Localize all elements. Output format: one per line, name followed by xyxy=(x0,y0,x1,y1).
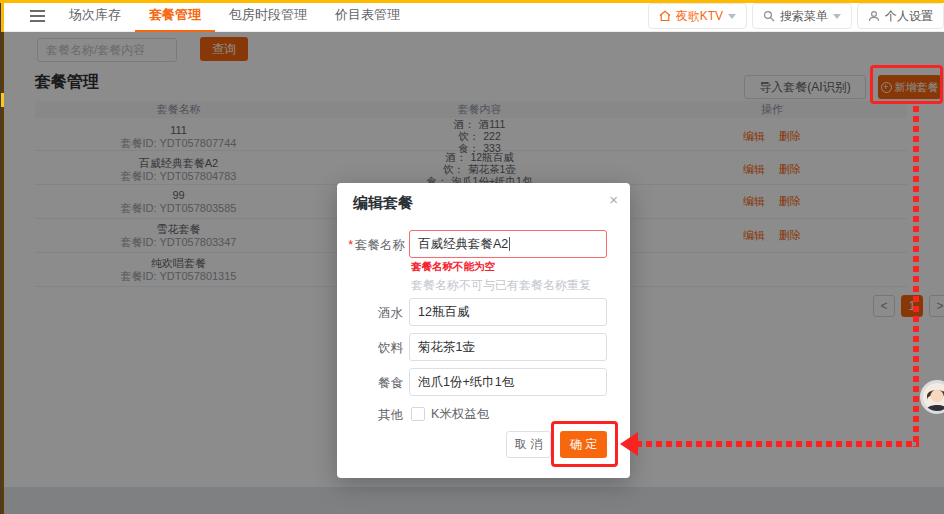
caret-down-icon xyxy=(833,14,841,19)
caret-down-icon xyxy=(728,14,736,19)
kmi-benefit-checkbox[interactable] xyxy=(411,407,425,421)
field-label-name: *套餐名称 xyxy=(339,237,405,254)
close-icon[interactable]: × xyxy=(609,191,618,208)
avatar-face-icon xyxy=(923,383,944,411)
modal-title: 编辑套餐 xyxy=(353,194,413,213)
required-mark: * xyxy=(348,238,353,252)
store-name: 夜歌KTV xyxy=(676,8,723,25)
cancel-button[interactable]: 取 消 xyxy=(506,431,551,458)
field-label-beverage: 饮料 xyxy=(337,340,403,357)
home-icon xyxy=(659,10,671,22)
nav-right-group: 夜歌KTV 搜索菜单 个人设置 xyxy=(648,3,944,29)
drinks-input[interactable] xyxy=(409,298,607,326)
edit-package-modal: 编辑套餐 × *套餐名称 百威经典套餐A2 套餐名称不能为空 套餐名称不可与已有… xyxy=(337,183,630,478)
tab-price-list[interactable]: 价目表管理 xyxy=(321,0,414,32)
kmi-benefit-label: K米权益包 xyxy=(431,406,489,423)
beverage-input[interactable] xyxy=(409,333,607,361)
menu-fold-icon[interactable] xyxy=(30,10,45,22)
tab-room-timeslot[interactable]: 包房时段管理 xyxy=(215,0,321,32)
search-menu-selector[interactable]: 搜索菜单 xyxy=(752,3,852,29)
tab-session-stock[interactable]: 场次库存 xyxy=(55,0,135,32)
field-label-other: 其他 xyxy=(337,407,403,424)
profile-menu[interactable]: 个人设置 xyxy=(857,3,944,29)
nav-tabs: 场次库存 套餐管理 包房时段管理 价目表管理 xyxy=(55,0,414,32)
profile-label: 个人设置 xyxy=(885,8,933,25)
package-name-value: 百威经典套餐A2 xyxy=(418,236,508,253)
field-label-drinks: 酒水 xyxy=(337,305,403,322)
validation-error: 套餐名称不能为空 xyxy=(411,260,495,274)
field-hint: 套餐名称不可与已有套餐名称重复 xyxy=(411,277,591,294)
confirm-button[interactable]: 确 定 xyxy=(560,431,607,458)
food-input[interactable] xyxy=(409,368,607,396)
top-nav: 场次库存 套餐管理 包房时段管理 价目表管理 夜歌KTV 搜索菜单 个人设置 xyxy=(0,0,944,32)
text-cursor xyxy=(509,237,510,251)
app-window: 场次库存 套餐管理 包房时段管理 价目表管理 夜歌KTV 搜索菜单 个人设置 xyxy=(0,0,944,514)
store-selector[interactable]: 夜歌KTV xyxy=(648,3,747,29)
package-name-input[interactable]: 百威经典套餐A2 xyxy=(409,230,607,258)
search-icon xyxy=(763,10,775,22)
user-icon xyxy=(868,10,880,22)
tab-package-management[interactable]: 套餐管理 xyxy=(135,0,215,32)
field-label-food: 餐食 xyxy=(337,375,403,392)
search-menu-label: 搜索菜单 xyxy=(780,8,828,25)
